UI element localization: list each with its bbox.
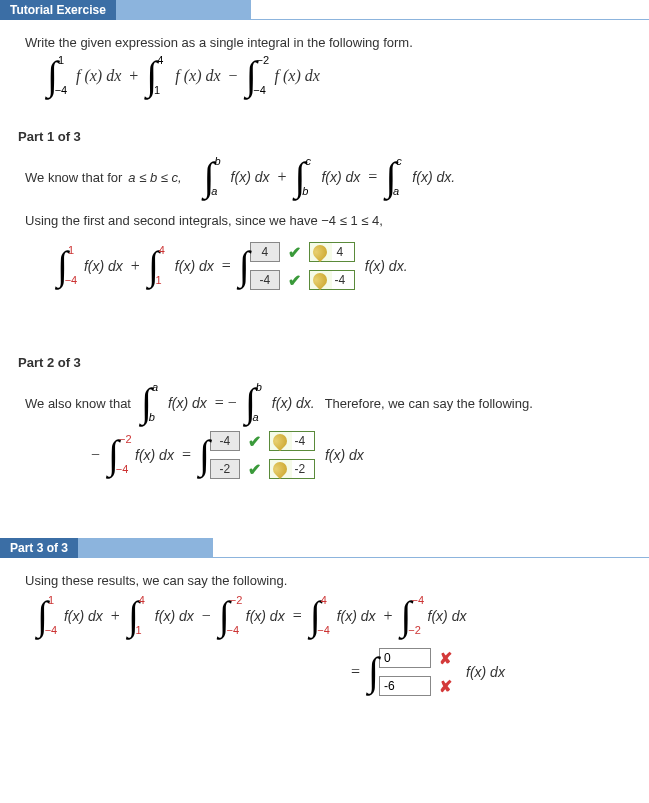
part1-line2: Using the first and second integrals, si… <box>25 213 624 228</box>
check-icon: ✔ <box>248 460 261 479</box>
part2-know-text: We also know that <box>25 396 131 411</box>
cross-icon: ✘ <box>439 677 452 696</box>
part1-work-row: ∫1−4 f(x) dx + ∫41 f(x) dx = ∫ 4 ✔ 4 -4 … <box>55 242 624 290</box>
part2-work-row: − ∫−2−4 f(x) dx = ∫ -4 ✔ -4 -2 ✔ -2 f(x)… <box>85 431 624 479</box>
p3-upper-input[interactable] <box>379 648 431 668</box>
p3-lhs-int2: ∫41 f(x) dx <box>128 598 194 634</box>
p1-int1: ∫1−4 f(x) dx <box>57 248 123 284</box>
p1-lower-reveal[interactable]: -4 <box>309 270 355 290</box>
p2-rule-intR: ∫ba f(x) dx. <box>245 385 315 421</box>
check-icon: ✔ <box>288 271 301 290</box>
integral-2: ∫41 f (x) dx <box>146 58 220 94</box>
part3-content: Using these results, we can say the foll… <box>0 558 649 725</box>
p2-rule-intL: ∫ab f(x) dx <box>141 385 207 421</box>
rule-int-ab: ∫ba f(x) dx <box>204 159 270 195</box>
p2-upper-reveal[interactable]: -4 <box>269 431 315 451</box>
p3-final-int: ∫ <box>368 654 379 690</box>
rule-int-ac: ∫ca f(x) dx. <box>385 159 455 195</box>
cross-icon: ✘ <box>439 649 452 668</box>
part1-rule-row: We know that for a ≤ b ≤ c, ∫ba f(x) dx … <box>25 159 624 195</box>
p3-lhs-int1: ∫1−4 f(x) dx <box>37 598 103 634</box>
p1-upper-graybox[interactable]: 4 <box>250 242 280 262</box>
part2-content: We also know that ∫ab f(x) dx = − ∫ba f(… <box>0 385 649 508</box>
part3-title: Part 3 of 3 <box>0 538 78 558</box>
p2-upper-graybox[interactable]: -4 <box>210 431 240 451</box>
header-tutorial: Tutorial Exercise <box>0 0 649 20</box>
check-icon: ✔ <box>248 432 261 451</box>
part3-eq-row: ∫1−4 f(x) dx + ∫41 f(x) dx − ∫−2−4 f(x) … <box>35 598 624 634</box>
part2-rule-row: We also know that ∫ab f(x) dx = − ∫ba f(… <box>25 385 624 421</box>
integral-3: ∫−2−4 f (x) dx <box>246 58 320 94</box>
p3-lhs-int3: ∫−2−4 f(x) dx <box>219 598 285 634</box>
given-expression: ∫1−4 f (x) dx + ∫41 f (x) dx − ∫−2−4 f (… <box>45 58 624 94</box>
header-bar <box>78 538 213 558</box>
part3-final-row: = ∫ ✘ ✘ f(x) dx <box>345 648 624 696</box>
p2-tail: f(x) dx <box>325 447 364 463</box>
part1-content: We know that for a ≤ b ≤ c, ∫ba f(x) dx … <box>0 159 649 319</box>
prompt-text: Write the given expression as a single i… <box>25 35 624 50</box>
p2-result-int: ∫ <box>199 437 210 473</box>
p2-lower-reveal[interactable]: -2 <box>269 459 315 479</box>
part2-therefore: Therefore, we can say the following. <box>325 396 533 411</box>
integral-1: ∫1−4 f (x) dx <box>47 58 121 94</box>
p3-lower-input[interactable] <box>379 676 431 696</box>
p1-lower-graybox[interactable]: -4 <box>250 270 280 290</box>
p1-tail: f(x) dx. <box>365 258 408 274</box>
part2-title: Part 2 of 3 <box>18 349 649 370</box>
p2-lower-graybox[interactable]: -2 <box>210 459 240 479</box>
p3-rhs-int2: ∫−4−2 f(x) dx <box>401 598 467 634</box>
part1-title: Part 1 of 3 <box>18 123 649 144</box>
header-bar <box>116 0 251 20</box>
p2-intL: ∫−2−4 f(x) dx <box>108 437 174 473</box>
check-icon: ✔ <box>288 243 301 262</box>
rule-int-bc: ∫cb f(x) dx <box>295 159 361 195</box>
part3-line1: Using these results, we can say the foll… <box>25 573 624 588</box>
tutorial-content: Write the given expression as a single i… <box>0 20 649 123</box>
part1-ineq: a ≤ b ≤ c, <box>128 170 181 185</box>
p3-rhs-int1: ∫4−4 f(x) dx <box>310 598 376 634</box>
header-title: Tutorial Exercise <box>0 0 116 20</box>
p1-result-int: ∫ <box>239 248 250 284</box>
header-part3: Part 3 of 3 <box>0 538 649 558</box>
header-rule <box>251 0 649 20</box>
p1-upper-reveal[interactable]: 4 <box>309 242 355 262</box>
part1-know-text: We know that for <box>25 170 122 185</box>
header-rule <box>213 538 649 558</box>
p3-final-tail: f(x) dx <box>466 664 505 680</box>
p1-int2: ∫41 f(x) dx <box>148 248 214 284</box>
